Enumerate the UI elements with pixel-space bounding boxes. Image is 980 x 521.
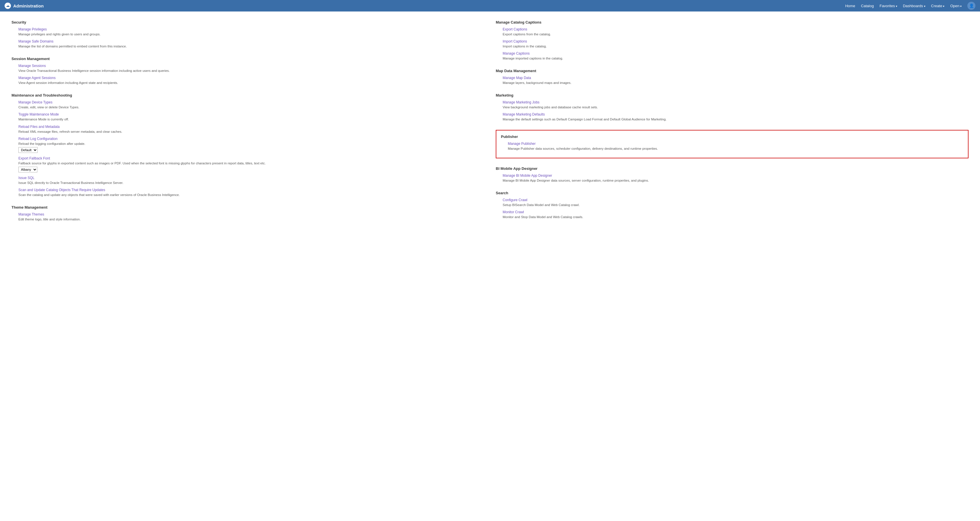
nav-dashboards[interactable]: Dashboards — [903, 4, 925, 8]
nav-home[interactable]: Home — [845, 4, 855, 8]
marketing-title: Marketing — [496, 93, 969, 97]
reload-files-link[interactable]: Reload Files and Metadata — [18, 125, 484, 129]
manage-publisher-desc: Manage Publisher data sources, scheduler… — [508, 146, 963, 151]
main-content: Security Manage Privileges Manage privil… — [0, 11, 980, 238]
search-title: Search — [496, 191, 969, 195]
theme-management-title: Theme Management — [11, 205, 484, 210]
publisher-section: Publisher Manage Publisher Manage Publis… — [496, 130, 969, 158]
export-captions-link[interactable]: Export Captions — [503, 27, 969, 31]
monitor-crawl-desc: Monitor and Stop Data Model and Web Cata… — [503, 214, 969, 219]
toggle-maintenance-item: Toggle Maintenance Mode Maintenance Mode… — [18, 112, 484, 122]
manage-agent-sessions-item: Manage Agent Sessions View Agent session… — [18, 76, 484, 85]
manage-marketing-jobs-item: Manage Marketing Jobs View background ma… — [503, 100, 969, 110]
security-section: Security Manage Privileges Manage privil… — [11, 20, 484, 49]
user-avatar[interactable]: 👤 — [967, 2, 975, 10]
manage-agent-sessions-desc: View Agent session information including… — [18, 81, 484, 85]
monitor-crawl-link[interactable]: Monitor Crawl — [503, 210, 969, 214]
manage-map-data-desc: Manage layers, background maps and image… — [503, 81, 969, 85]
configure-crawl-link[interactable]: Configure Crawl — [503, 198, 969, 202]
export-captions-desc: Export captions from the catalog. — [503, 32, 969, 37]
manage-device-types-item: Manage Device Types Create, edit, view o… — [18, 100, 484, 110]
app-logo: ☁ — [5, 3, 11, 9]
manage-privileges-link[interactable]: Manage Privileges — [18, 27, 484, 31]
manage-marketing-defaults-link[interactable]: Manage Marketing Defaults — [503, 112, 969, 116]
nav-catalog[interactable]: Catalog — [861, 4, 874, 8]
toggle-maintenance-desc: Maintenance Mode is currently off. — [18, 117, 484, 122]
reload-log-dropdown-wrapper: Default — [18, 147, 38, 153]
theme-management-section: Theme Management Manage Themes Edit them… — [11, 205, 484, 222]
reload-log-desc: Reload the logging configuration after u… — [18, 141, 484, 146]
bi-mobile-section: BI Mobile App Designer Manage BI Mobile … — [496, 167, 969, 183]
manage-catalog-captions-title: Manage Catalog Captions — [496, 20, 969, 24]
export-fallback-font-dropdown-wrapper: Albany — [18, 167, 37, 172]
nav-open[interactable]: Open — [950, 4, 962, 8]
maintenance-title: Maintenance and Troubleshooting — [11, 93, 484, 97]
manage-map-data-item: Manage Map Data Manage layers, backgroun… — [503, 76, 969, 85]
reload-log-dropdown[interactable]: Default — [18, 147, 38, 153]
manage-bi-mobile-desc: Manage BI Mobile App Designer data sourc… — [503, 178, 969, 183]
manage-privileges-item: Manage Privileges Manage privileges and … — [18, 27, 484, 37]
import-captions-link[interactable]: Import Captions — [503, 40, 969, 43]
nav-create[interactable]: Create — [931, 4, 945, 8]
manage-themes-link[interactable]: Manage Themes — [18, 212, 484, 216]
manage-privileges-desc: Manage privileges and rights given to us… — [18, 32, 484, 37]
manage-themes-desc: Edit theme logo, title and style informa… — [18, 217, 484, 222]
manage-safe-domains-item: Manage Safe Domains Manage the list of d… — [18, 40, 484, 49]
toggle-maintenance-link[interactable]: Toggle Maintenance Mode — [18, 112, 484, 116]
manage-map-data-link[interactable]: Manage Map Data — [503, 76, 969, 80]
security-title: Security — [11, 20, 484, 24]
session-management-title: Session Management — [11, 57, 484, 61]
manage-safe-domains-link[interactable]: Manage Safe Domains — [18, 40, 484, 43]
import-captions-desc: Import captions in the catalog. — [503, 44, 969, 49]
reload-files-desc: Reload XML message files, refresh server… — [18, 129, 484, 134]
reload-log-link[interactable]: Reload Log Configuration — [18, 137, 484, 141]
nav-favorites[interactable]: Favorites — [880, 4, 897, 8]
maintenance-section: Maintenance and Troubleshooting Manage D… — [11, 93, 484, 197]
configure-crawl-item: Configure Crawl Setup BISearch Data Mode… — [503, 198, 969, 207]
marketing-section: Marketing Manage Marketing Jobs View bac… — [496, 93, 969, 122]
manage-publisher-link[interactable]: Manage Publisher — [508, 142, 963, 146]
app-title: Administration — [13, 3, 44, 8]
scan-update-link[interactable]: Scan and Update Catalog Objects That Req… — [18, 188, 484, 192]
map-data-title: Map Data Management — [496, 69, 969, 73]
scan-update-desc: Scan the catalog and update any objects … — [18, 192, 484, 197]
header-logo-title: ☁ Administration — [5, 3, 44, 9]
reload-files-item: Reload Files and Metadata Reload XML mes… — [18, 125, 484, 134]
export-fallback-font-dropdown[interactable]: Albany — [18, 167, 37, 172]
manage-marketing-jobs-link[interactable]: Manage Marketing Jobs — [503, 100, 969, 104]
monitor-crawl-item: Monitor Crawl Monitor and Stop Data Mode… — [503, 210, 969, 219]
map-data-section: Map Data Management Manage Map Data Mana… — [496, 69, 969, 85]
export-fallback-font-desc: Fallback source for glyphs in exported c… — [18, 161, 484, 165]
manage-catalog-captions-section: Manage Catalog Captions Export Captions … — [496, 20, 969, 60]
bi-mobile-title: BI Mobile App Designer — [496, 167, 969, 171]
reload-log-item: Reload Log Configuration Reload the logg… — [18, 137, 484, 154]
manage-marketing-jobs-desc: View background marketing jobs and datab… — [503, 105, 969, 110]
export-fallback-font-link[interactable]: Export Fallback Font — [18, 156, 484, 160]
manage-publisher-item: Manage Publisher Manage Publisher data s… — [508, 142, 963, 151]
import-captions-item: Import Captions Import captions in the c… — [503, 40, 969, 49]
manage-marketing-defaults-desc: Manage the default settings such as Defa… — [503, 117, 969, 122]
manage-captions-desc: Manage imported captions in the catalog. — [503, 56, 969, 60]
manage-themes-item: Manage Themes Edit theme logo, title and… — [18, 212, 484, 222]
main-nav: Home Catalog Favorites Dashboards Create… — [845, 2, 975, 10]
manage-captions-item: Manage Captions Manage imported captions… — [503, 51, 969, 60]
export-fallback-font-item: Export Fallback Font Fallback source for… — [18, 156, 484, 173]
manage-device-types-link[interactable]: Manage Device Types — [18, 100, 484, 104]
manage-bi-mobile-item: Manage BI Mobile App Designer Manage BI … — [503, 173, 969, 183]
search-section: Search Configure Crawl Setup BISearch Da… — [496, 191, 969, 219]
issue-sql-item: Issue SQL Issue SQL directly to Oracle T… — [18, 176, 484, 185]
right-panel: Manage Catalog Captions Export Captions … — [496, 20, 969, 230]
export-captions-item: Export Captions Export captions from the… — [503, 27, 969, 37]
manage-agent-sessions-link[interactable]: Manage Agent Sessions — [18, 76, 484, 80]
publisher-title: Publisher — [501, 135, 963, 139]
manage-bi-mobile-link[interactable]: Manage BI Mobile App Designer — [503, 173, 969, 178]
scan-update-item: Scan and Update Catalog Objects That Req… — [18, 188, 484, 197]
configure-crawl-desc: Setup BISearch Data Model and Web Catalo… — [503, 203, 969, 207]
manage-captions-link[interactable]: Manage Captions — [503, 51, 969, 56]
manage-sessions-desc: View Oracle Transactional Business Intel… — [18, 68, 484, 73]
issue-sql-desc: Issue SQL directly to Oracle Transaction… — [18, 181, 484, 185]
issue-sql-link[interactable]: Issue SQL — [18, 176, 484, 180]
manage-marketing-defaults-item: Manage Marketing Defaults Manage the def… — [503, 112, 969, 122]
manage-sessions-item: Manage Sessions View Oracle Transactiona… — [18, 64, 484, 73]
manage-sessions-link[interactable]: Manage Sessions — [18, 64, 484, 68]
